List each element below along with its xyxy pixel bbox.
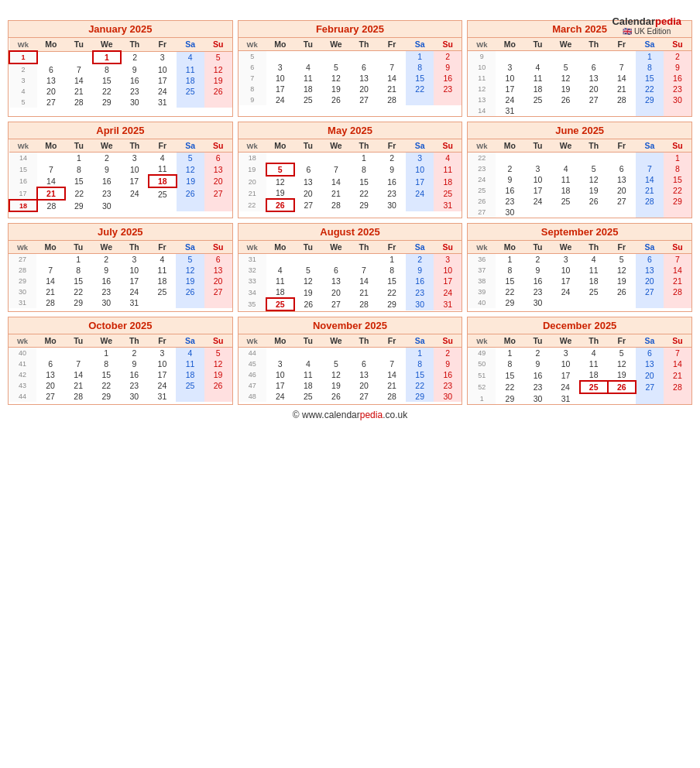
month-block: July 2025WkMoTuWeThFrSaSu271234562878910… bbox=[8, 223, 233, 312]
calendars-grid: January 2025WkMoTuWeThFrSaSu112345267891… bbox=[8, 20, 692, 405]
month-title: November 2025 bbox=[238, 317, 462, 334]
month-title: October 2025 bbox=[9, 317, 232, 334]
month-title: April 2025 bbox=[9, 122, 232, 139]
logo: Calendarpedia 🇬🇧 UK Edition bbox=[612, 15, 681, 36]
month-block: June 2025WkMoTuWeThFrSaSu221232345678249… bbox=[467, 122, 692, 218]
page-title bbox=[8, 8, 692, 15]
month-block: August 2025WkMoTuWeThFrSaSu3112332456789… bbox=[238, 223, 463, 312]
month-title: June 2025 bbox=[468, 122, 691, 139]
month-title: December 2025 bbox=[468, 317, 691, 334]
month-title: February 2025 bbox=[238, 21, 462, 38]
month-block: October 2025WkMoTuWeThFrSaSu401234541678… bbox=[8, 317, 233, 405]
month-block: September 2025WkMoTuWeThFrSaSu3612345673… bbox=[467, 223, 692, 312]
month-block: November 2025WkMoTuWeThFrSaSu44124534567… bbox=[238, 317, 463, 405]
month-title: September 2025 bbox=[468, 224, 691, 241]
month-title: January 2025 bbox=[9, 21, 232, 38]
month-title: July 2025 bbox=[9, 224, 232, 241]
month-block: April 2025WkMoTuWeThFrSaSu14123456157891… bbox=[8, 122, 233, 218]
month-block: January 2025WkMoTuWeThFrSaSu112345267891… bbox=[8, 20, 233, 117]
month-title: August 2025 bbox=[238, 224, 462, 241]
month-block: December 2025WkMoTuWeThFrSaSu49123456750… bbox=[467, 317, 692, 405]
footer: © www.calendarpedia.co.uk bbox=[8, 410, 692, 420]
month-block: February 2025WkMoTuWeThFrSaSu51263456789… bbox=[238, 20, 463, 117]
month-block: May 2025WkMoTuWeThFrSaSu1812341956789101… bbox=[238, 122, 463, 218]
month-title: May 2025 bbox=[238, 122, 462, 139]
